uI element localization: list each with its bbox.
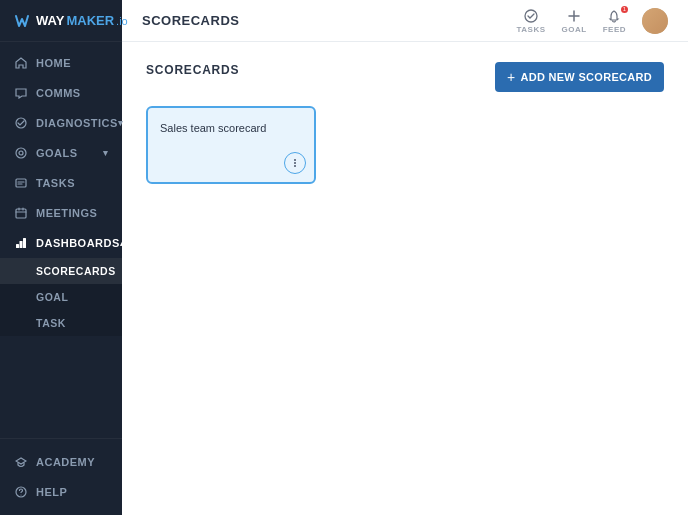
scorecards-header: SCORECARDS + ADD NEW SCORECARD xyxy=(146,62,664,92)
goal-action[interactable]: GOAL xyxy=(562,8,587,34)
academy-icon xyxy=(14,455,28,469)
sidebar-item-academy[interactable]: ACADEMY xyxy=(0,447,122,477)
sidebar-nav: HOME COMMS DIAGNOSTICS ▾ xyxy=(0,42,122,438)
sidebar-item-tasks[interactable]: TASKS xyxy=(0,168,122,198)
sidebar-item-comms-label: COMMS xyxy=(36,87,81,99)
sidebar-subitem-goal[interactable]: GOAL xyxy=(0,284,122,310)
notification-badge: 1 xyxy=(621,6,628,13)
sidebar-subitem-scorecards[interactable]: SCORECARDS xyxy=(0,258,122,284)
tasks-check-icon xyxy=(523,8,539,24)
sidebar-item-comms[interactable]: COMMS xyxy=(0,78,122,108)
content-area: SCORECARDS + ADD NEW SCORECARD Sales tea… xyxy=(122,42,688,515)
help-icon xyxy=(14,485,28,499)
scorecards-grid: Sales team scorecard xyxy=(146,106,664,184)
sidebar-subitem-goal-label: GOAL xyxy=(36,291,68,303)
sidebar-subitem-task-label: TASK xyxy=(36,317,66,329)
more-dots-icon xyxy=(289,157,301,169)
sidebar-item-goals[interactable]: GOALS ▾ xyxy=(0,138,122,168)
sidebar-subitem-scorecards-label: SCORECARDS xyxy=(36,265,116,277)
sidebar-bottom: ACADEMY HELP xyxy=(0,438,122,515)
home-icon xyxy=(14,56,28,70)
sidebar-item-home[interactable]: HOME xyxy=(0,48,122,78)
svg-point-2 xyxy=(19,151,23,155)
sidebar-item-dashboards[interactable]: DASHBOARDS ▴ xyxy=(0,228,122,258)
sidebar-item-tasks-label: TASKS xyxy=(36,177,75,189)
scorecard-title: Sales team scorecard xyxy=(160,122,266,134)
goal-plus-icon xyxy=(566,8,582,24)
sidebar-item-diagnostics-label: DIAGNOSTICS xyxy=(36,117,118,129)
scorecard-menu-button[interactable] xyxy=(284,152,306,174)
feed-action-label: FEED xyxy=(603,25,626,34)
svg-rect-7 xyxy=(23,238,26,248)
plus-icon: + xyxy=(507,69,515,85)
main-area: SCORECARDS TASKS GOAL xyxy=(122,0,688,515)
avatar-image xyxy=(642,8,668,34)
logo: WAYMAKER.io xyxy=(0,0,122,42)
section-title: SCORECARDS xyxy=(146,63,239,77)
sidebar-item-goals-label: GOALS xyxy=(36,147,78,159)
svg-rect-5 xyxy=(16,244,19,248)
chevron-down-icon: ▾ xyxy=(118,118,124,128)
sidebar-item-meetings[interactable]: MEETINGS xyxy=(0,198,122,228)
sidebar-item-meetings-label: MEETINGS xyxy=(36,207,97,219)
sidebar-item-help-label: HELP xyxy=(36,486,67,498)
sidebar-item-dashboards-label: DASHBOARDS xyxy=(36,237,120,249)
feed-bell-icon: 1 xyxy=(606,8,622,24)
chevron-down-icon: ▾ xyxy=(103,148,109,158)
page-title: SCORECARDS xyxy=(142,13,239,28)
svg-point-9 xyxy=(21,495,22,496)
goals-icon xyxy=(14,146,28,160)
user-avatar[interactable] xyxy=(642,8,668,34)
svg-rect-3 xyxy=(16,179,26,187)
sidebar-subitem-task[interactable]: TASK xyxy=(0,310,122,336)
tasks-icon xyxy=(14,176,28,190)
tasks-action-label: TASKS xyxy=(517,25,546,34)
dashboards-submenu: SCORECARDS GOAL TASK xyxy=(0,258,122,336)
add-button-label: ADD NEW SCORECARD xyxy=(520,71,652,83)
add-scorecard-button[interactable]: + ADD NEW SCORECARD xyxy=(495,62,664,92)
sidebar-item-diagnostics[interactable]: DIAGNOSTICS ▾ xyxy=(0,108,122,138)
svg-rect-4 xyxy=(16,209,26,218)
sidebar: WAYMAKER.io HOME COMMS xyxy=(0,0,122,515)
svg-rect-6 xyxy=(20,241,23,248)
feed-action[interactable]: 1 FEED xyxy=(603,8,626,34)
topbar-actions: TASKS GOAL 1 FEED xyxy=(517,8,668,34)
dashboards-icon xyxy=(14,236,28,250)
diagnostics-icon xyxy=(14,116,28,130)
sidebar-item-help[interactable]: HELP xyxy=(0,477,122,507)
tasks-action[interactable]: TASKS xyxy=(517,8,546,34)
svg-point-10 xyxy=(525,10,537,22)
chevron-up-icon: ▴ xyxy=(120,238,126,248)
goal-action-label: GOAL xyxy=(562,25,587,34)
sidebar-item-home-label: HOME xyxy=(36,57,71,69)
svg-point-1 xyxy=(16,148,26,158)
svg-point-12 xyxy=(294,162,296,164)
svg-point-11 xyxy=(294,159,296,161)
svg-point-13 xyxy=(294,165,296,167)
sidebar-item-academy-label: ACADEMY xyxy=(36,456,95,468)
comms-icon xyxy=(14,86,28,100)
meetings-icon xyxy=(14,206,28,220)
topbar: SCORECARDS TASKS GOAL xyxy=(122,0,688,42)
scorecard-card[interactable]: Sales team scorecard xyxy=(146,106,316,184)
